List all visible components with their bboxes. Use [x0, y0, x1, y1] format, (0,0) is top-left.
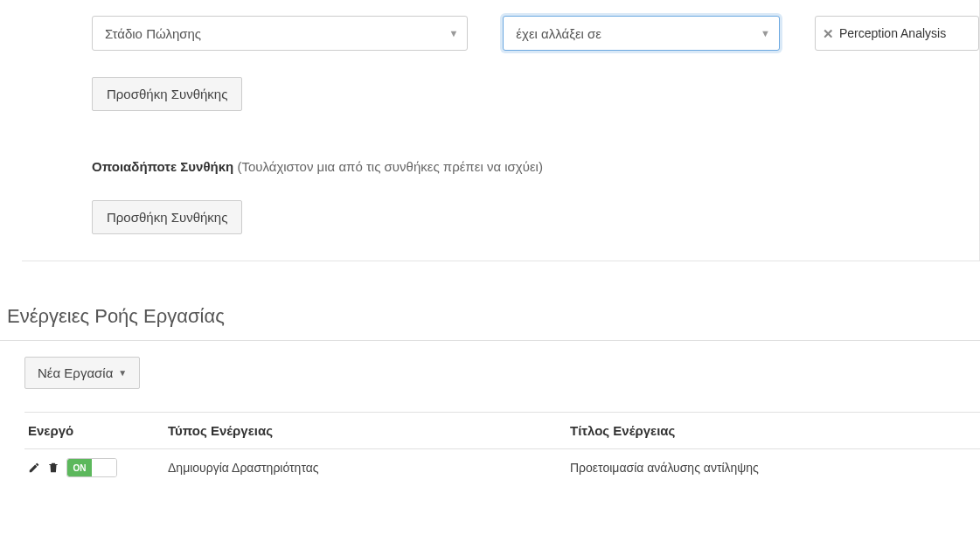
row-tools: ON [28, 458, 117, 477]
add-condition-row-2: Προσθήκη Συνθήκης [22, 174, 979, 234]
add-condition-button[interactable]: Προσθήκη Συνθήκης [92, 200, 242, 234]
field-select[interactable]: Στάδιο Πώλησης ▼ [92, 16, 468, 51]
new-task-label: Νέα Εργασία [38, 365, 113, 380]
table-header-row: Ενεργό Τύπος Ενέργειας Τίτλος Ενέργειας [24, 413, 980, 449]
condition-row: Στάδιο Πώλησης ▼ έχει αλλάξει σε ▼ ✕ Per… [22, 0, 979, 51]
col-header-type: Τύπος Ενέργειας [164, 413, 566, 449]
value-tag: ✕ Perception Analysis [823, 26, 946, 40]
col-header-title: Τίτλος Ενέργειας [566, 413, 980, 449]
field-select-value: Στάδιο Πώλησης [105, 26, 201, 41]
cell-action-type: Δημιουργία Δραστηριότητας [164, 449, 566, 487]
add-condition-row-1: Προσθήκη Συνθήκης [22, 51, 979, 111]
table-row: ON Δημιουργία Δραστηριότητας Προετοιμασί… [24, 449, 980, 487]
col-header-active: Ενεργό [24, 413, 164, 449]
operator-select[interactable]: έχει αλλάξει σε ▼ [503, 16, 780, 51]
chevron-down-icon: ▼ [761, 28, 770, 38]
any-condition-label: Οποιαδήποτε Συνθήκη (Τουλάχιστον μια από… [22, 111, 979, 174]
chevron-down-icon: ▼ [448, 28, 458, 38]
cell-action-title: Προετοιμασία ανάλυσης αντίληψης [566, 449, 980, 487]
operator-select-value: έχει αλλάξει σε [516, 26, 601, 41]
toggle-on-label: ON [67, 459, 92, 476]
workflow-actions-section: Νέα Εργασία ▼ Ενεργό Τύπος Ενέργειας Τίτ… [0, 357, 980, 486]
any-condition-title: Οποιαδήποτε Συνθήκη [92, 159, 233, 174]
add-condition-button[interactable]: Προσθήκη Συνθήκης [92, 77, 242, 111]
active-toggle[interactable]: ON [66, 458, 117, 477]
toggle-handle [92, 459, 116, 476]
edit-icon[interactable] [28, 462, 40, 474]
caret-down-icon: ▼ [118, 368, 127, 378]
any-condition-hint: (Τουλάχιστον μια από τις συνθήκες πρέπει… [237, 159, 543, 174]
value-tags-input[interactable]: ✕ Perception Analysis [815, 16, 979, 51]
conditions-panel: Στάδιο Πώλησης ▼ έχει αλλάξει σε ▼ ✕ Per… [22, 0, 980, 261]
remove-tag-icon[interactable]: ✕ [823, 27, 834, 40]
actions-table: Ενεργό Τύπος Ενέργειας Τίτλος Ενέργειας [24, 412, 980, 486]
trash-icon[interactable] [47, 462, 59, 474]
new-task-button[interactable]: Νέα Εργασία ▼ [24, 357, 140, 389]
value-tag-label: Perception Analysis [839, 26, 946, 40]
workflow-actions-heading: Ενέργειες Ροής Εργασίας [0, 305, 980, 341]
